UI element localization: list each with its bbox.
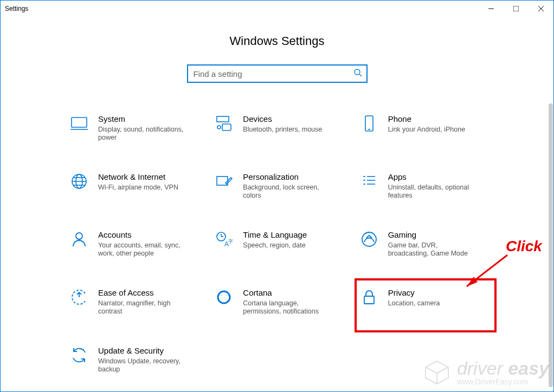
tile-title: Phone — [388, 114, 465, 124]
tile-subtitle: Cortana language, permissions, notificat… — [243, 299, 330, 316]
search-input[interactable] — [194, 69, 353, 79]
tile-network[interactable]: Network & Internet Wi-Fi, airplane mode,… — [70, 172, 204, 200]
svg-line-5 — [359, 74, 362, 76]
accounts-icon — [70, 230, 88, 249]
titlebar: Settings — [1, 1, 553, 17]
tile-title: Time & Language — [243, 230, 307, 240]
search-icon — [353, 68, 362, 79]
gaming-icon — [360, 230, 378, 249]
tile-personalization[interactable]: Personalization Background, lock screen,… — [215, 172, 349, 200]
tile-privacy[interactable]: Privacy Location, camera — [360, 288, 494, 316]
devices-icon — [215, 114, 233, 133]
tile-title: Privacy — [388, 288, 440, 298]
svg-rect-34 — [364, 296, 374, 304]
svg-rect-9 — [222, 124, 231, 130]
tile-cortana[interactable]: Cortana Cortana language, permissions, n… — [215, 288, 349, 316]
update-icon — [70, 346, 88, 364]
settings-grid: System Display, sound, notifications, po… — [70, 114, 494, 374]
tile-title: Ease of Access — [98, 288, 185, 298]
system-icon — [70, 114, 88, 133]
svg-rect-11 — [365, 116, 373, 131]
tile-title: Personalization — [243, 172, 330, 182]
tile-subtitle: Display, sound, notifications, power — [98, 126, 185, 142]
tile-subtitle: Bluetooth, printers, mouse — [243, 126, 322, 134]
tile-time[interactable]: A字 Time & Language Speech, region, date — [215, 230, 349, 258]
tile-system[interactable]: System Display, sound, notifications, po… — [70, 114, 204, 142]
close-icon — [538, 6, 544, 11]
tile-ease-of-access[interactable]: Ease of Access Narrator, magnifier, high… — [70, 288, 204, 316]
ease-of-access-icon — [70, 288, 88, 306]
apps-icon — [360, 172, 378, 191]
tile-subtitle: Narrator, magnifier, high contrast — [98, 299, 185, 316]
scrollbar[interactable] — [549, 103, 553, 387]
tile-subtitle: Link your Android, iPhone — [388, 126, 465, 134]
tile-subtitle: Speech, region, date — [243, 241, 307, 250]
tile-subtitle: Game bar, DVR, broadcasting, Game Mode — [388, 241, 475, 258]
svg-rect-8 — [217, 116, 229, 122]
cortana-icon — [215, 288, 233, 306]
tile-title: System — [98, 114, 185, 124]
tile-phone[interactable]: Phone Link your Android, iPhone — [360, 114, 494, 142]
tile-title: Network & Internet — [98, 172, 178, 182]
tile-update[interactable]: Update & Security Windows Update, recove… — [70, 346, 204, 374]
close-button[interactable] — [529, 1, 553, 17]
page-title: Windows Settings — [1, 34, 553, 48]
network-icon — [70, 172, 88, 191]
tile-subtitle: Background, lock screen, colors — [243, 184, 330, 200]
minimize-button[interactable] — [479, 1, 504, 17]
tile-gaming[interactable]: Gaming Game bar, DVR, broadcasting, Game… — [360, 230, 494, 258]
watermark-url: www.DriverEasy.com — [457, 377, 549, 386]
tile-devices[interactable]: Devices Bluetooth, printers, mouse — [215, 114, 349, 142]
tile-subtitle: Windows Update, recovery, backup — [98, 357, 185, 374]
tile-subtitle: Your accounts, email, sync, work, other … — [98, 241, 185, 258]
annotation-label: Click — [506, 238, 542, 255]
tile-title: Update & Security — [98, 346, 185, 356]
search-box[interactable] — [187, 64, 368, 83]
maximize-icon — [513, 6, 519, 11]
window-title: Settings — [5, 5, 28, 12]
tile-accounts[interactable]: Accounts Your accounts, email, sync, wor… — [70, 230, 204, 258]
svg-text:字: 字 — [228, 239, 233, 244]
privacy-icon — [360, 288, 378, 306]
tile-subtitle: Uninstall, defaults, optional features — [388, 184, 475, 200]
tile-title: Cortana — [243, 288, 330, 298]
tile-title: Devices — [243, 114, 322, 124]
personalization-icon — [215, 172, 233, 191]
time-language-icon: A字 — [215, 230, 233, 249]
svg-point-10 — [217, 126, 221, 129]
maximize-button[interactable] — [504, 1, 529, 17]
svg-point-33 — [218, 291, 230, 303]
svg-point-4 — [355, 69, 360, 75]
window-controls — [479, 1, 553, 17]
svg-rect-6 — [72, 117, 87, 127]
tile-title: Accounts — [98, 230, 185, 240]
phone-icon — [360, 114, 378, 133]
tile-title: Apps — [388, 172, 475, 182]
minimize-icon — [488, 6, 494, 11]
tile-apps[interactable]: Apps Uninstall, defaults, optional featu… — [360, 172, 494, 200]
svg-rect-1 — [513, 6, 519, 11]
tile-title: Gaming — [388, 230, 475, 240]
svg-point-31 — [362, 232, 376, 246]
svg-point-25 — [76, 233, 82, 239]
tile-subtitle: Wi-Fi, airplane mode, VPN — [98, 184, 178, 192]
tile-subtitle: Location, camera — [388, 299, 440, 308]
